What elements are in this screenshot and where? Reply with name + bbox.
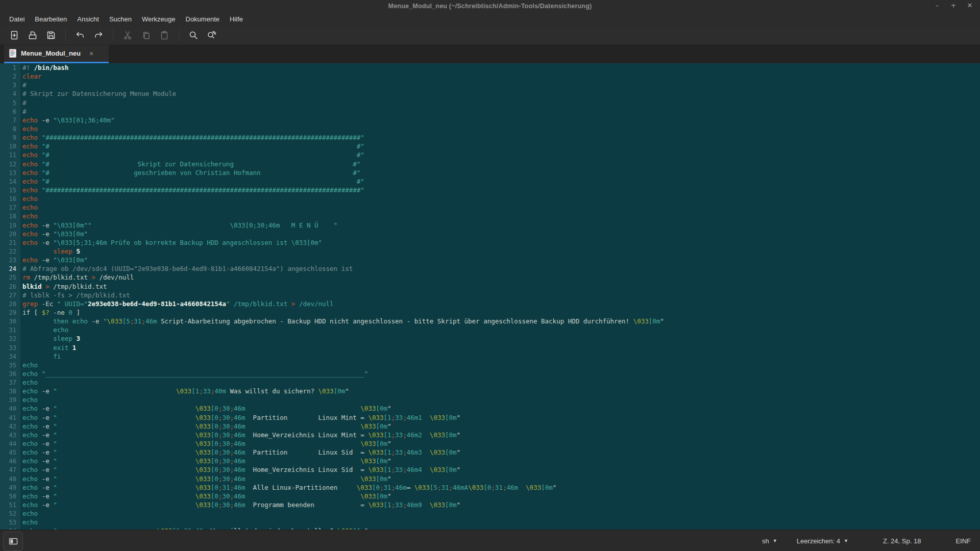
- search-icon: [188, 30, 199, 40]
- code-line: 43echo -e " \033[0;30;46m Home_Verzeichn…: [0, 431, 980, 439]
- code-line: 3#: [0, 81, 980, 89]
- code-line: 39echo: [0, 395, 980, 404]
- line-number: 38: [0, 387, 22, 396]
- line-number: 5: [0, 99, 22, 108]
- code-line: 52echo: [0, 509, 980, 518]
- code-line: 6#: [0, 107, 980, 116]
- code-text: blkid > /tmp/blkid.txt: [22, 283, 107, 290]
- code-text: echo -e " \033[0;30;46m \033[0m": [22, 475, 391, 483]
- line-number: 46: [0, 457, 22, 466]
- search-button[interactable]: [186, 28, 201, 43]
- line-number: 30: [0, 317, 22, 326]
- code-text: echo -e " \033[0;30;46m \033[0m": [22, 405, 391, 412]
- line-number: 47: [0, 466, 22, 474]
- tab-menue-modul-neu[interactable]: Menue_Modul_neu ×: [4, 45, 109, 63]
- close-button[interactable]: ✕: [966, 2, 974, 10]
- new-document-button[interactable]: [7, 28, 22, 43]
- tab-width-selector[interactable]: Leerzeichen: 4 ▼: [797, 537, 848, 545]
- line-number: 35: [0, 361, 22, 370]
- cut-button: [120, 28, 135, 43]
- menu-suchen[interactable]: Suchen: [104, 13, 137, 25]
- code-line: 42echo -e " \033[0;30;46m \033[0m": [0, 422, 980, 431]
- code-text: echo -e "\033[01;36;40m": [22, 116, 115, 124]
- code-text: grep -Ec " UUID="2e93e038-be6d-4ed9-81b1…: [22, 300, 334, 308]
- code-text: echo "# #": [22, 142, 364, 150]
- language-selector[interactable]: sh ▼: [762, 537, 777, 545]
- code-line: 32 sleep 3: [0, 334, 980, 343]
- line-number: 11: [0, 151, 22, 160]
- line-number: 6: [0, 108, 22, 116]
- tab-close-icon[interactable]: ×: [88, 49, 95, 58]
- side-pane-icon: [8, 536, 18, 546]
- tab-label: Menue_Modul_neu: [21, 49, 81, 57]
- code-text: echo "# geschrieben von Christian Hofman…: [22, 169, 360, 177]
- line-number: 1: [0, 64, 22, 72]
- line-number: 26: [0, 283, 22, 291]
- code-line: 28grep -Ec " UUID="2e93e038-be6d-4ed9-81…: [0, 299, 980, 308]
- code-editor[interactable]: 1#! /bin/bash2clear3#4# Skript zur Daten…: [0, 63, 980, 530]
- line-number: 4: [0, 90, 22, 98]
- code-line: 46echo -e " \033[0;30;46m \033[0m": [0, 457, 980, 465]
- code-text: echo -e " \033[0;30;46m \033[0m": [22, 440, 391, 447]
- titlebar: Menue_Modul_neu (~/Schreibtisch/Admin-To…: [0, 0, 980, 12]
- copy-icon: [141, 30, 151, 40]
- code-line: 17echo: [0, 203, 980, 212]
- line-number: 13: [0, 169, 22, 178]
- redo-button[interactable]: [91, 28, 106, 43]
- menu-bearbeiten[interactable]: Bearbeiten: [30, 13, 72, 25]
- code-text: clear: [22, 72, 42, 80]
- code-line: 5#: [0, 98, 980, 107]
- line-number: 7: [0, 116, 22, 125]
- code-line: 11echo "# #": [0, 151, 980, 159]
- line-number: 34: [0, 353, 22, 361]
- menubar: Datei Bearbeiten Ansicht Suchen Werkzeug…: [0, 12, 980, 26]
- line-number: 45: [0, 448, 22, 457]
- menu-datei[interactable]: Datei: [4, 13, 30, 25]
- menu-ansicht[interactable]: Ansicht: [72, 13, 104, 25]
- line-number: 23: [0, 256, 22, 265]
- code-text: echo "##################################…: [22, 186, 364, 194]
- code-text: # Skript zur Datensicherung Menue Module: [22, 90, 176, 97]
- code-line: 10echo "# #": [0, 142, 980, 151]
- line-number: 27: [0, 291, 22, 300]
- code-line: 4# Skript zur Datensicherung Menue Modul…: [0, 89, 980, 98]
- line-number: 22: [0, 247, 22, 256]
- code-text: sleep 3: [22, 335, 80, 342]
- search-replace-button[interactable]: [204, 28, 219, 43]
- code-line: 8echo: [0, 124, 980, 133]
- menu-dokumente[interactable]: Dokumente: [181, 13, 225, 25]
- code-line: 31 echo: [0, 325, 980, 334]
- code-line: 47echo -e " \033[0;30;46m Home_Verzeichn…: [0, 465, 980, 474]
- code-line: 18echo: [0, 212, 980, 220]
- line-number: 40: [0, 405, 22, 413]
- code-line: 37echo: [0, 378, 980, 387]
- menu-werkzeuge[interactable]: Werkzeuge: [137, 13, 181, 25]
- code-line: 49echo -e " \033[0;31;46m Alle Linux-Par…: [0, 483, 980, 492]
- code-line: 14echo "# #": [0, 177, 980, 186]
- code-lines: 1#! /bin/bash2clear3#4# Skript zur Daten…: [0, 63, 980, 530]
- code-line: 51echo -e " \033[0;30;46m Programm beend…: [0, 500, 980, 509]
- code-text: echo -e " \033[0;30;46m Home_Verzeichnis…: [22, 466, 460, 473]
- line-number: 42: [0, 422, 22, 431]
- code-text: exit 1: [22, 344, 76, 352]
- redo-icon: [93, 30, 104, 40]
- minimize-button[interactable]: –: [933, 2, 941, 10]
- code-line: 34 fi: [0, 352, 980, 361]
- line-number: 20: [0, 230, 22, 239]
- line-number: 43: [0, 431, 22, 440]
- undo-button[interactable]: [72, 28, 88, 43]
- paste-icon: [159, 30, 169, 40]
- code-text: echo -e " \033[0;30;46m \033[0m": [22, 492, 391, 500]
- menu-hilfe[interactable]: Hilfe: [225, 13, 248, 25]
- save-button[interactable]: [43, 28, 59, 43]
- code-line: 27# lsblk -fs > /tmp/blkid.txt: [0, 291, 980, 299]
- line-number: 44: [0, 440, 22, 448]
- maximize-button[interactable]: +: [949, 2, 958, 10]
- code-line: 33 exit 1: [0, 343, 980, 352]
- side-pane-toggle-button[interactable]: [3, 532, 23, 551]
- line-number: 39: [0, 396, 22, 405]
- code-line: 29if [ $? -ne 0 ]: [0, 308, 980, 317]
- open-button[interactable]: [25, 28, 40, 43]
- line-number: 52: [0, 510, 22, 518]
- code-text: echo: [22, 125, 38, 133]
